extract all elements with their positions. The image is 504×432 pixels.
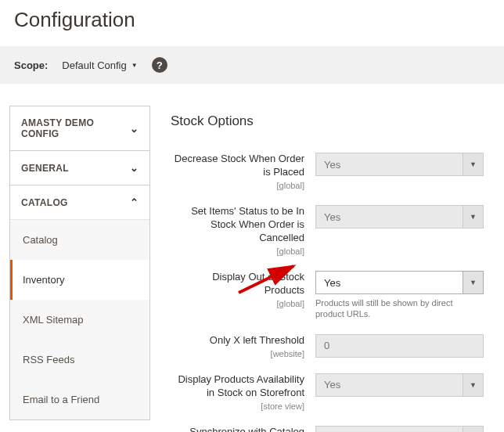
config-sidebar: AMASTY DEMO CONFIG ⌄ GENERAL ⌄ CATALOG ⌃… <box>9 106 150 420</box>
field-sync-catalog: Synchronize with Catalog [global] No ▼ <box>171 426 493 432</box>
scope-label: Scope: <box>14 59 48 71</box>
help-icon[interactable]: ? <box>152 57 167 73</box>
select-value: Yes <box>316 211 348 223</box>
sidebar-group-header[interactable]: GENERAL ⌄ <box>10 151 149 185</box>
select-display-availability[interactable]: Yes ▼ <box>315 373 484 397</box>
chevron-down-icon: ▼ <box>463 153 483 175</box>
field-label: Decrease Stock When Order is Placed <box>175 153 304 178</box>
sidebar-group-amasty: AMASTY DEMO CONFIG ⌄ <box>9 106 150 151</box>
sidebar-group-header[interactable]: AMASTY DEMO CONFIG ⌄ <box>10 106 149 150</box>
chevron-down-icon: ▼ <box>463 206 483 228</box>
scope-value: Default Config <box>62 59 126 71</box>
field-scope: [global] <box>171 298 304 309</box>
sidebar-item-rss-feeds[interactable]: RSS Feeds <box>10 340 149 380</box>
sidebar-group-label: AMASTY DEMO CONFIG <box>21 117 130 139</box>
field-note: Products will still be shown by direct p… <box>315 297 484 320</box>
main-panel: Stock Options Decrease Stock When Order … <box>150 106 504 432</box>
field-label: Synchronize with Catalog <box>189 426 304 432</box>
field-label: Set Items' Status to be In Stock When Or… <box>191 205 304 243</box>
field-decrease-stock: Decrease Stock When Order is Placed [glo… <box>171 153 493 191</box>
select-display-out-of-stock[interactable]: Yes ▼ <box>315 271 484 294</box>
field-label: Display Products Availability in Stock o… <box>178 373 304 398</box>
select-value: Yes <box>316 159 348 171</box>
chevron-down-icon: ▼ <box>463 272 483 293</box>
chevron-down-icon: ⌄ <box>130 123 139 135</box>
field-label: Only X left Threshold <box>210 334 304 346</box>
sidebar-group-catalog: CATALOG ⌃ Catalog Inventory XML Sitemap … <box>9 185 150 420</box>
sidebar-item-xml-sitemap[interactable]: XML Sitemap <box>10 300 149 340</box>
select-sync-catalog[interactable]: No ▼ <box>315 426 484 432</box>
select-value: Yes <box>316 379 348 391</box>
chevron-down-icon: ▼ <box>463 374 483 396</box>
field-display-out-of-stock: Display Out of Stock Products [global] Y… <box>171 271 493 320</box>
field-scope: [global] <box>171 180 304 191</box>
select-decrease-stock[interactable]: Yes ▼ <box>315 153 484 176</box>
field-only-x-left: Only X left Threshold [website] 0 ▼ <box>171 334 493 359</box>
field-label: Display Out of Stock Products <box>212 271 304 296</box>
chevron-up-icon: ⌃ <box>130 196 139 208</box>
field-display-availability: Display Products Availability in Stock o… <box>171 373 493 412</box>
select-value: 0 <box>316 340 337 351</box>
field-scope: [store view] <box>171 401 304 412</box>
chevron-down-icon: ⌄ <box>130 162 139 174</box>
section-title: Stock Options <box>171 113 493 129</box>
input-only-x-left[interactable]: 0 ▼ <box>315 334 484 358</box>
page-title: Configuration <box>0 0 504 46</box>
chevron-down-icon: ▼ <box>463 427 483 432</box>
select-value: Yes <box>316 277 348 289</box>
sidebar-item-inventory[interactable]: Inventory <box>10 260 149 300</box>
scope-bar: Scope: Default Config ▼ ? <box>0 46 504 84</box>
field-instock-on-cancel: Set Items' Status to be In Stock When Or… <box>171 205 493 257</box>
sidebar-group-header[interactable]: CATALOG ⌃ <box>10 185 149 219</box>
field-scope: [global] <box>171 246 304 257</box>
chevron-down-icon: ▼ <box>131 62 138 69</box>
sidebar-group-label: GENERAL <box>21 163 69 174</box>
sidebar-item-catalog[interactable]: Catalog <box>10 220 149 260</box>
sidebar-group-general: GENERAL ⌄ <box>9 151 150 185</box>
sidebar-group-label: CATALOG <box>21 197 68 208</box>
select-instock-on-cancel[interactable]: Yes ▼ <box>315 205 484 229</box>
field-scope: [website] <box>171 348 304 359</box>
sidebar-item-email-friend[interactable]: Email to a Friend <box>10 380 149 419</box>
scope-selector[interactable]: Default Config ▼ <box>62 59 137 71</box>
